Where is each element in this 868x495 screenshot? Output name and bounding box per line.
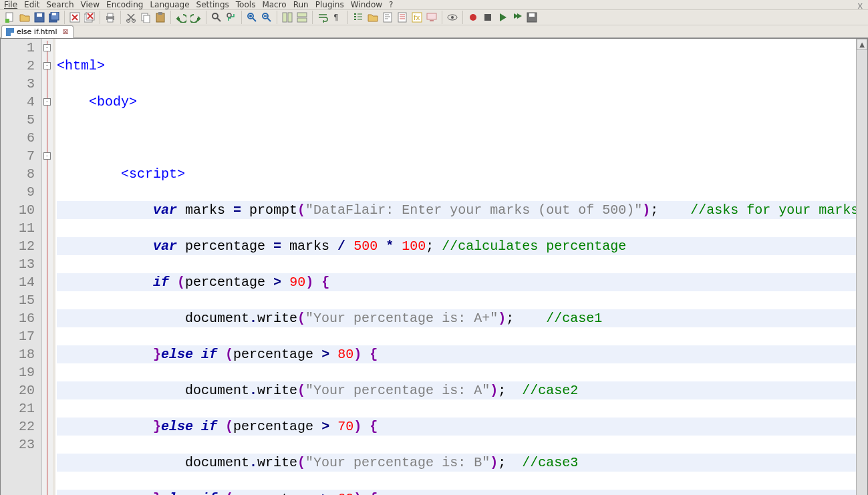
fold-column: - - - - xyxy=(42,39,53,495)
menu-window[interactable]: Window xyxy=(351,0,382,9)
fold-box-icon[interactable]: - xyxy=(43,62,51,69)
menu-encoding[interactable]: Encoding xyxy=(106,0,143,9)
file-tab-icon xyxy=(6,28,14,36)
svg-rect-6 xyxy=(52,13,56,15)
svg-rect-23 xyxy=(283,13,287,22)
menubar-collapse-icon[interactable]: x xyxy=(858,0,863,11)
doc-map-icon[interactable] xyxy=(380,10,395,25)
svg-rect-24 xyxy=(288,13,292,22)
tab-close-icon[interactable]: ⊠ xyxy=(63,27,69,36)
menu-language[interactable]: Language xyxy=(150,0,189,9)
svg-text:fx: fx xyxy=(414,14,420,21)
svg-rect-3 xyxy=(37,13,42,17)
find-icon[interactable] xyxy=(209,10,224,25)
cut-icon[interactable] xyxy=(124,10,138,25)
menu-macro[interactable]: Macro xyxy=(262,0,286,9)
undo-icon[interactable] xyxy=(174,10,188,25)
svg-rect-18 xyxy=(158,12,162,15)
save-icon[interactable] xyxy=(32,10,47,25)
doc-list-icon[interactable] xyxy=(395,10,410,25)
svg-rect-37 xyxy=(484,14,491,21)
svg-point-36 xyxy=(470,14,476,21)
menu-edit[interactable]: Edit xyxy=(24,0,39,9)
svg-rect-25 xyxy=(297,13,307,17)
svg-rect-39 xyxy=(529,13,535,17)
sync-v-icon[interactable] xyxy=(280,10,295,25)
vertical-scrollbar[interactable]: ▲ ▼ xyxy=(856,39,867,495)
svg-point-20 xyxy=(227,13,231,17)
fold-box-icon[interactable]: - xyxy=(43,152,51,160)
zoom-out-icon[interactable] xyxy=(259,10,274,25)
stop-icon[interactable] xyxy=(480,10,495,25)
new-file-icon[interactable] xyxy=(3,10,17,25)
svg-rect-28 xyxy=(384,13,392,22)
svg-rect-32 xyxy=(427,13,436,19)
open-file-icon[interactable] xyxy=(17,10,32,25)
fold-box-icon[interactable]: - xyxy=(43,44,51,51)
playloop-icon[interactable] xyxy=(510,10,525,25)
toolbar: ¶ fx xyxy=(0,10,868,25)
function-list-icon[interactable]: fx xyxy=(410,10,424,25)
zoom-in-icon[interactable] xyxy=(245,10,259,25)
scroll-up-icon[interactable]: ▲ xyxy=(857,39,867,50)
show-eye-icon[interactable] xyxy=(445,10,460,25)
menubar: File Edit Search View Encoding Language … xyxy=(0,0,868,10)
copy-icon[interactable] xyxy=(138,10,153,25)
replace-icon[interactable] xyxy=(224,10,239,25)
record-icon[interactable] xyxy=(466,10,480,25)
svg-rect-1 xyxy=(5,19,9,23)
svg-point-35 xyxy=(451,16,454,19)
show-all-chars-icon[interactable]: ¶ xyxy=(330,10,345,25)
tabstrip: else if.html ⊠ xyxy=(0,25,868,38)
close-all-icon[interactable] xyxy=(82,10,97,25)
svg-rect-16 xyxy=(144,15,150,23)
svg-rect-26 xyxy=(297,18,307,22)
svg-rect-29 xyxy=(398,13,406,22)
print-icon[interactable] xyxy=(103,10,118,25)
svg-text:¶: ¶ xyxy=(333,13,339,22)
svg-rect-33 xyxy=(430,20,434,21)
editor: 1 2 3 4 5 6 7 8 9 10 11 12 13 14 15 16 1… xyxy=(0,38,868,495)
wordwrap-icon[interactable] xyxy=(315,10,330,25)
menu-help[interactable]: ? xyxy=(389,0,393,9)
line-number-gutter: 1 2 3 4 5 6 7 8 9 10 11 12 13 14 15 16 1… xyxy=(1,39,42,495)
svg-point-19 xyxy=(212,13,218,19)
fold-box-icon[interactable]: - xyxy=(43,98,51,106)
menu-view[interactable]: View xyxy=(81,0,100,9)
indent-guide-icon[interactable] xyxy=(351,10,366,25)
code-area[interactable]: <html> <body> <script> var marks = promp… xyxy=(55,39,856,495)
tab-label: else if.html xyxy=(17,27,57,36)
menu-file[interactable]: File xyxy=(4,0,17,9)
menu-tools[interactable]: Tools xyxy=(236,0,256,9)
tab-file[interactable]: else if.html ⊠ xyxy=(1,25,74,38)
redo-icon[interactable] xyxy=(188,10,203,25)
menu-settings[interactable]: Settings xyxy=(196,0,229,9)
menu-run[interactable]: Run xyxy=(293,0,309,9)
close-file-icon[interactable] xyxy=(67,10,82,25)
svg-rect-11 xyxy=(108,13,113,17)
menu-plugins[interactable]: Plugins xyxy=(315,0,344,9)
svg-rect-12 xyxy=(108,19,113,22)
play-icon[interactable] xyxy=(495,10,510,25)
save-all-icon[interactable] xyxy=(47,10,61,25)
monitor-icon[interactable] xyxy=(424,10,439,25)
paste-icon[interactable] xyxy=(153,10,168,25)
sync-h-icon[interactable] xyxy=(295,10,309,25)
menu-search[interactable]: Search xyxy=(46,0,74,9)
save-macro-icon[interactable] xyxy=(525,10,539,25)
folder-icon[interactable] xyxy=(366,10,380,25)
